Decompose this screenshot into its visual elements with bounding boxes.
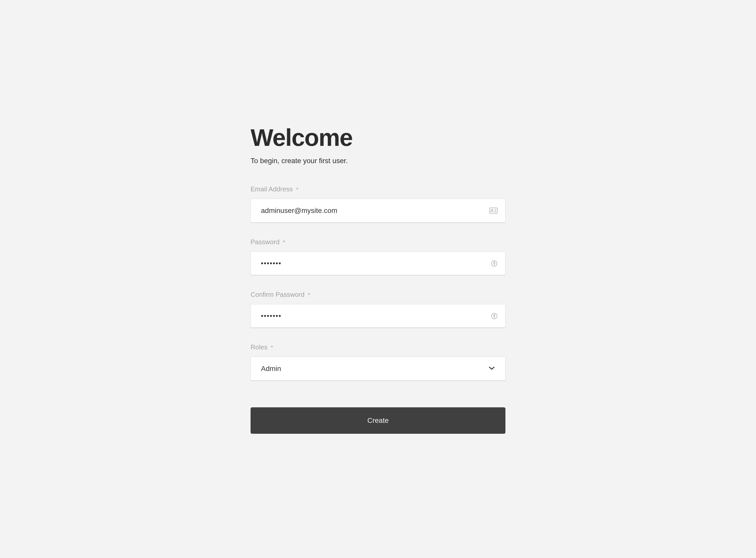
password-required-mark: * <box>283 239 285 246</box>
confirm-password-input-wrapper[interactable]: ••••••• <box>250 304 506 328</box>
confirm-password-field-group: Confirm Password * ••••••• <box>250 291 506 328</box>
password-label-text: Password <box>250 238 279 246</box>
roles-label: Roles * <box>250 343 506 351</box>
chevron-down-icon <box>489 366 494 371</box>
email-label: Email Address * <box>250 185 506 193</box>
confirm-password-label-text: Confirm Password <box>250 291 304 298</box>
confirm-password-input[interactable]: ••••••• <box>251 304 491 328</box>
svg-point-10 <box>493 314 495 316</box>
email-input[interactable] <box>251 199 489 222</box>
password-field-group: Password * ••••••• <box>250 238 506 275</box>
roles-select[interactable]: Admin <box>250 357 506 381</box>
email-input-wrapper[interactable] <box>250 199 506 223</box>
page-subtitle: To begin, create your first user. <box>250 157 506 165</box>
email-label-text: Email Address <box>250 185 293 193</box>
roles-label-text: Roles <box>250 343 267 351</box>
create-user-form: Welcome To begin, create your first user… <box>250 124 506 434</box>
password-key-icon[interactable] <box>491 260 497 267</box>
svg-point-1 <box>491 209 493 211</box>
confirm-password-key-icon[interactable] <box>491 313 497 320</box>
password-input-wrapper[interactable]: ••••••• <box>250 252 506 275</box>
password-label: Password * <box>250 238 506 246</box>
svg-point-6 <box>493 262 495 263</box>
roles-required-mark: * <box>271 344 273 351</box>
page-title: Welcome <box>250 124 506 151</box>
contact-card-icon <box>489 208 497 214</box>
confirm-password-required-mark: * <box>308 292 310 298</box>
email-required-mark: * <box>296 186 298 193</box>
create-button[interactable]: Create <box>250 407 506 434</box>
confirm-password-label: Confirm Password * <box>250 291 506 299</box>
email-field-group: Email Address * <box>250 185 506 223</box>
password-input[interactable]: ••••••• <box>251 252 491 275</box>
roles-field-group: Roles * Admin <box>250 343 506 381</box>
roles-selected-value: Admin <box>251 357 489 380</box>
